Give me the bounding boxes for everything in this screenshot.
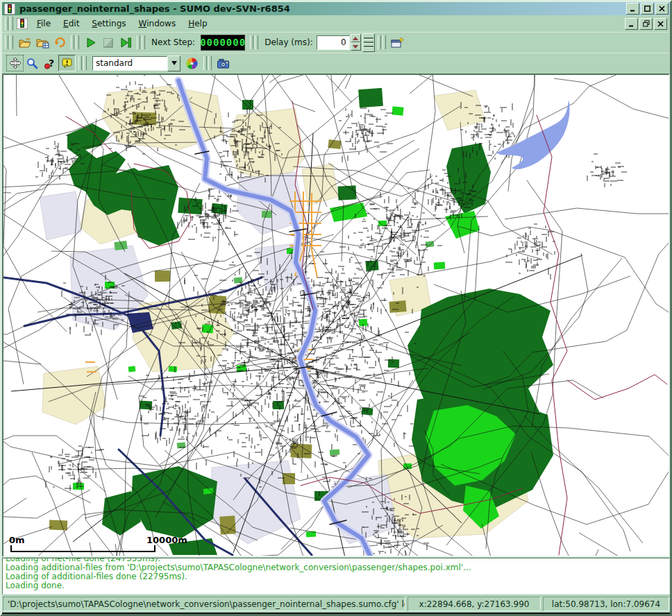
toolbar-grip[interactable] bbox=[378, 35, 386, 49]
stop-icon bbox=[102, 37, 114, 49]
title-bar[interactable]: passenger_nointernal_shapes - SUMO dev-S… bbox=[2, 2, 670, 15]
network-map[interactable] bbox=[3, 75, 669, 556]
reload-button[interactable] bbox=[51, 34, 68, 51]
time-display: 0000000 bbox=[201, 35, 245, 51]
coloring-scheme-combo[interactable]: standard bbox=[92, 55, 180, 71]
window-bottom-edge bbox=[0, 613, 672, 616]
step-button[interactable] bbox=[117, 34, 134, 51]
delay-input[interactable]: 0 bbox=[317, 35, 350, 50]
menu-bar: File Edit Settings Windows Help bbox=[2, 15, 670, 32]
window-title: passenger_nointernal_shapes - SUMO dev-S… bbox=[19, 3, 625, 14]
toolbar-grip[interactable] bbox=[137, 35, 145, 49]
log-line: Loading of additional-files done (22795m… bbox=[6, 572, 666, 581]
svg-text:!: ! bbox=[65, 59, 68, 66]
open-network-button[interactable] bbox=[33, 34, 51, 51]
toolbar-grip[interactable] bbox=[250, 35, 258, 49]
mdi-close-button[interactable] bbox=[654, 18, 667, 30]
scale-ruler bbox=[10, 545, 156, 552]
new-view-button[interactable] bbox=[389, 34, 406, 51]
status-message: 'D:\projects\sumo\TAPASCologne\network_c… bbox=[3, 597, 405, 611]
menu-file[interactable]: File bbox=[31, 17, 57, 31]
menu-help[interactable]: Help bbox=[182, 17, 213, 31]
camera-icon bbox=[217, 58, 230, 69]
app-icon bbox=[4, 3, 15, 15]
coloring-scheme-value[interactable]: standard bbox=[92, 56, 167, 71]
log-line: Loading done. bbox=[6, 581, 666, 590]
up-arrow-icon bbox=[353, 37, 358, 40]
cursor-latlon-readout: lat:50.98713, lon:7.09674 bbox=[543, 597, 669, 611]
svg-text:?: ? bbox=[49, 58, 54, 69]
delay-increment-button[interactable] bbox=[351, 34, 361, 42]
toolbar-grip[interactable] bbox=[203, 56, 212, 70]
combo-dropdown-button[interactable] bbox=[167, 55, 180, 71]
maximize-button[interactable] bbox=[641, 3, 654, 15]
show-tooltips-button[interactable]: ! bbox=[58, 55, 76, 71]
chevron-down-icon bbox=[171, 61, 177, 65]
single-step-icon bbox=[119, 37, 132, 49]
delay-decrement-button[interactable] bbox=[351, 42, 361, 51]
magnifier-icon bbox=[26, 58, 38, 69]
toolbar-grip[interactable] bbox=[5, 35, 13, 49]
open-network-icon bbox=[35, 37, 49, 49]
scale-start-label: 0m bbox=[9, 535, 25, 545]
stop-button[interactable] bbox=[99, 34, 117, 51]
mdi-restore-button[interactable] bbox=[639, 18, 653, 30]
zoom-button[interactable] bbox=[24, 55, 41, 71]
tooltip-icon: ! bbox=[61, 58, 74, 69]
view-toolbar: ? ! standard bbox=[2, 53, 670, 74]
recenter-view-button[interactable] bbox=[6, 55, 24, 71]
toolbar-grip[interactable] bbox=[5, 17, 13, 31]
locate-question-icon: ? bbox=[44, 58, 56, 69]
map-scale-bar: 0m 10000m bbox=[8, 535, 202, 553]
down-arrow-icon bbox=[353, 45, 358, 49]
new-window-icon bbox=[391, 37, 404, 49]
menu-settings[interactable]: Settings bbox=[85, 17, 132, 31]
scale-end-label: 10000m bbox=[146, 535, 187, 545]
message-log[interactable]: Loading of net-file done (247553ms). Loa… bbox=[2, 558, 670, 594]
toolbar-grip[interactable] bbox=[78, 56, 87, 70]
locate-button[interactable]: ? bbox=[41, 55, 58, 71]
mdi-minimize-button[interactable] bbox=[625, 18, 638, 30]
play-button[interactable] bbox=[82, 34, 99, 51]
cursor-xy-readout: x:22894.668, y:27163.990 bbox=[408, 597, 541, 611]
delay-dial[interactable] bbox=[362, 33, 375, 52]
map-viewport[interactable]: 0m 10000m bbox=[2, 74, 670, 557]
mdi-child-icon bbox=[17, 18, 28, 29]
play-icon bbox=[85, 37, 96, 49]
status-bar: 'D:\projects\sumo\TAPASCologne\network_c… bbox=[2, 595, 670, 613]
close-button[interactable] bbox=[655, 3, 669, 15]
recenter-icon bbox=[9, 57, 22, 69]
menu-windows[interactable]: Windows bbox=[133, 17, 183, 31]
simulation-toolbar: Next Step: 0000000 Delay (ms): 0 bbox=[2, 32, 670, 53]
next-step-label: Next Step: bbox=[151, 37, 195, 47]
minimize-button[interactable] bbox=[626, 3, 639, 15]
color-wheel-icon bbox=[185, 57, 199, 70]
edit-coloring-button[interactable] bbox=[183, 55, 201, 71]
toolbar-grip[interactable] bbox=[71, 35, 79, 49]
open-folder-icon bbox=[18, 37, 32, 49]
snapshot-button[interactable] bbox=[215, 55, 232, 71]
delay-label: Delay (ms): bbox=[264, 37, 313, 47]
reload-icon bbox=[53, 36, 66, 49]
open-config-button[interactable] bbox=[16, 34, 33, 51]
menu-edit[interactable]: Edit bbox=[57, 17, 85, 31]
